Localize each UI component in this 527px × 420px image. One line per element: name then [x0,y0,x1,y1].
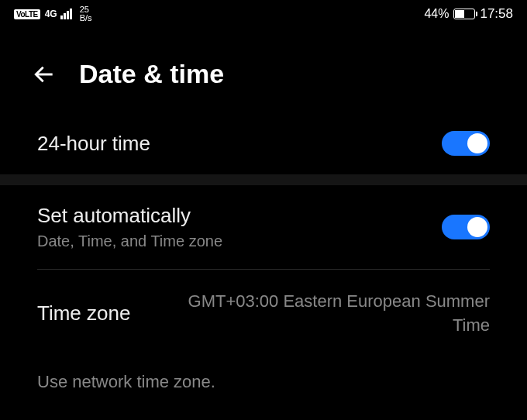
toggle-24hour[interactable] [442,131,490,156]
section-auto: Set automatically Date, Time, and Time z… [0,185,527,269]
network-type: 4G [45,9,57,19]
section-display: 24-hour time [0,112,527,174]
row-auto-label: Set automatically [37,204,222,228]
data-speed: 25 B/s [80,5,92,22]
signal-bars-icon [60,9,72,19]
toggle-auto[interactable] [442,215,490,239]
section-timezone: Time zone GMT+03:00 Eastern European Sum… [0,270,527,358]
row-24hour-label: 24-hour time [37,132,150,156]
section-divider [0,174,527,185]
timezone-label: Time zone [37,301,130,325]
footer-note: Use network time zone. [0,358,527,406]
status-right: 44% 17:58 [424,6,513,22]
battery-percentage: 44% [424,7,449,21]
row-timezone[interactable]: Time zone GMT+03:00 Eastern European Sum… [37,270,490,358]
row-24hour[interactable]: 24-hour time [37,112,490,174]
back-arrow-icon [32,62,57,87]
speed-unit: B/s [80,14,92,22]
back-button[interactable] [31,61,57,88]
row-auto[interactable]: Set automatically Date, Time, and Time z… [37,185,490,269]
status-left: VoLTE 4G 25 B/s [14,5,92,22]
page-title: Date & time [79,59,224,89]
row-auto-sub: Date, Time, and Time zone [37,232,222,250]
volte-badge: VoLTE [14,9,40,19]
battery-icon [453,9,475,19]
header: Date & time [0,28,527,112]
timezone-value: GMT+03:00 Eastern European Summer Time [161,290,490,338]
status-bar: VoLTE 4G 25 B/s 44% 17:58 [0,0,527,28]
signal-indicator: 4G [45,9,72,19]
clock: 17:58 [480,6,513,22]
